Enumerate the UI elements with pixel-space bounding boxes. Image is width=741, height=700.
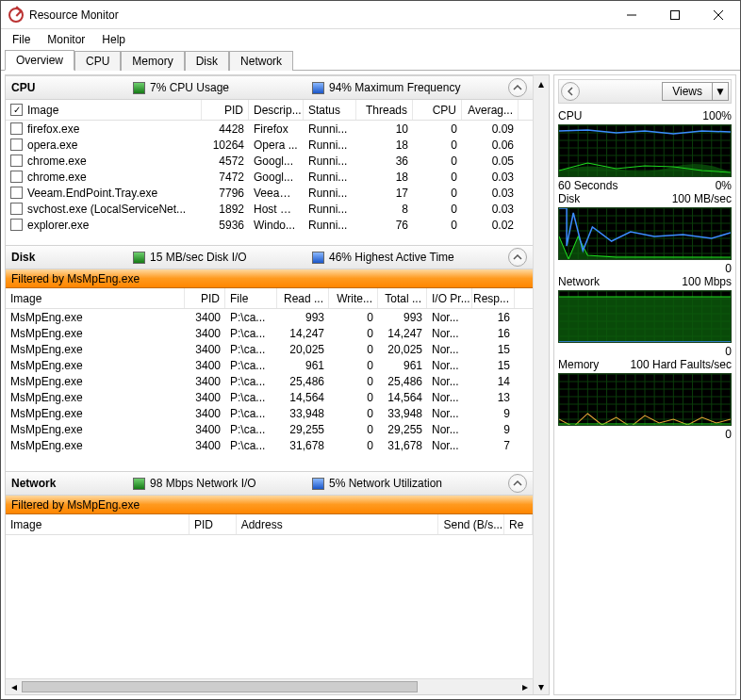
scroll-right-icon[interactable]: ▸	[517, 679, 533, 694]
col-read[interactable]: Read ...	[277, 288, 329, 308]
checkbox-icon[interactable]	[10, 155, 23, 167]
table-row[interactable]: MsMpEng.exe3400P:\ca...31,678031,678Nor.…	[6, 437, 533, 453]
table-row[interactable]: MsMpEng.exe3400P:\ca...25,486025,486Nor.…	[6, 373, 533, 389]
cell-avg: 0.05	[462, 155, 519, 168]
chart-block: Disk100 MB/sec0	[558, 192, 732, 275]
col-image[interactable]: Image	[6, 514, 189, 534]
table-row[interactable]: firefox.exe4428FirefoxRunni...1000.09	[6, 121, 533, 137]
chart-max: 100 Hard Faults/sec	[631, 358, 732, 371]
tab-cpu[interactable]: CPU	[74, 51, 121, 71]
table-row[interactable]: MsMpEng.exe3400P:\ca...14,564014,564Nor.…	[6, 389, 533, 405]
col-resp[interactable]: Resp...	[472, 288, 515, 308]
cell-iopr: Nor...	[427, 391, 472, 404]
chart-max: 100 MB/sec	[672, 192, 732, 205]
vertical-scrollbar[interactable]: ▴ ▾	[533, 75, 549, 694]
tab-network[interactable]: Network	[229, 51, 293, 71]
table-row[interactable]: chrome.exe7472Googl...Runni...1800.03	[6, 169, 533, 185]
col-image[interactable]: Image	[6, 100, 202, 120]
maximize-button[interactable]	[653, 1, 697, 28]
net-column-header: Image PID Address Send (B/s... Re	[6, 514, 533, 535]
tab-disk[interactable]: Disk	[185, 51, 229, 71]
cell-total: 29,255	[378, 423, 427, 436]
cell-read: 33,948	[277, 407, 329, 420]
table-row[interactable]: MsMpEng.exe3400P:\ca...9610961Nor...15	[6, 357, 533, 373]
cell-image: MsMpEng.exe	[6, 359, 185, 372]
checkbox-icon[interactable]	[10, 203, 23, 215]
table-row[interactable]: chrome.exe4572Googl...Runni...3600.05	[6, 153, 533, 169]
views-button[interactable]: Views ▼	[662, 82, 729, 101]
scroll-thumb[interactable]	[22, 681, 418, 692]
cell-total: 961	[378, 359, 427, 372]
horizontal-scrollbar[interactable]: ◂ ▸	[6, 678, 533, 694]
tab-memory[interactable]: Memory	[121, 51, 184, 71]
menu-monitor[interactable]: Monitor	[40, 31, 92, 48]
col-write[interactable]: Write...	[329, 288, 378, 308]
table-row[interactable]: opera.exe10264Opera ...Runni...1800.06	[6, 137, 533, 153]
titlebar: Resource Monitor	[1, 1, 740, 29]
network-panel: Network 98 Mbps Network I/O 5% Network U…	[6, 471, 533, 694]
expand-button[interactable]	[561, 82, 580, 101]
checkbox-icon[interactable]	[10, 122, 23, 135]
collapse-button[interactable]	[508, 474, 527, 493]
cell-file: P:\ca...	[225, 375, 277, 388]
main-column: CPU 7% CPU Usage 94% Maximum Frequency I…	[5, 74, 550, 695]
col-recv[interactable]: Re	[504, 514, 533, 534]
col-desc[interactable]: Descrip...	[249, 100, 304, 120]
chart-min: 0	[725, 345, 732, 358]
cell-file: P:\ca...	[225, 311, 277, 324]
col-file[interactable]: File	[225, 288, 277, 308]
col-total[interactable]: Total ...	[378, 288, 427, 308]
scroll-up-icon[interactable]: ▴	[534, 75, 549, 91]
cell-threads: 17	[356, 187, 413, 200]
minimize-button[interactable]	[610, 1, 653, 28]
col-pid[interactable]: PID	[189, 514, 237, 534]
collapse-button[interactable]	[508, 248, 527, 267]
cell-total: 20,025	[378, 343, 427, 356]
col-threads[interactable]: Threads	[356, 100, 413, 120]
cell-image: MsMpEng.exe	[6, 391, 185, 404]
square-icon	[312, 82, 324, 94]
menu-help[interactable]: Help	[94, 31, 133, 48]
table-row[interactable]: MsMpEng.exe3400P:\ca...33,948033,948Nor.…	[6, 405, 533, 421]
cell-desc: Googl...	[249, 155, 304, 168]
cell-cpu: 0	[413, 171, 462, 184]
col-iopr[interactable]: I/O Pr...	[427, 288, 472, 308]
table-row[interactable]: svchost.exe (LocalServiceNet...1892Host …	[6, 201, 533, 217]
cell-read: 25,486	[277, 375, 329, 388]
col-cpu[interactable]: CPU	[413, 100, 462, 120]
table-row[interactable]: MsMpEng.exe3400P:\ca...9930993Nor...16	[6, 309, 533, 325]
cell-resp: 16	[472, 327, 515, 340]
checkbox-icon[interactable]	[10, 219, 23, 231]
col-send[interactable]: Send (B/s...	[438, 514, 504, 534]
table-row[interactable]: MsMpEng.exe3400P:\ca...14,247014,247Nor.…	[6, 325, 533, 341]
checkbox-icon[interactable]	[10, 104, 23, 116]
col-addr[interactable]: Address	[237, 514, 439, 534]
table-row[interactable]: MsMpEng.exe3400P:\ca...20,025020,025Nor.…	[6, 341, 533, 357]
col-pid[interactable]: PID	[185, 288, 225, 308]
checkbox-icon[interactable]	[10, 138, 23, 151]
chart-title: CPU	[558, 109, 582, 122]
scroll-down-icon[interactable]: ▾	[534, 678, 549, 694]
table-row[interactable]: Veeam.EndPoint.Tray.exe7796Veeam ...Runn…	[6, 185, 533, 201]
chart-max: 100 Mbps	[682, 275, 732, 288]
cell-image: MsMpEng.exe	[6, 407, 185, 420]
col-image[interactable]: Image	[6, 288, 185, 308]
cell-pid: 4428	[202, 122, 249, 136]
checkbox-icon[interactable]	[10, 171, 23, 183]
col-pid[interactable]: PID	[202, 100, 249, 120]
tab-overview[interactable]: Overview	[5, 50, 74, 71]
scroll-left-icon[interactable]: ◂	[6, 679, 22, 694]
col-status[interactable]: Status	[304, 100, 356, 120]
collapse-button[interactable]	[508, 78, 527, 97]
cell-image: MsMpEng.exe	[6, 423, 185, 436]
checkbox-icon[interactable]	[10, 187, 23, 199]
col-avg[interactable]: Averag...	[462, 100, 519, 120]
cell-write: 0	[329, 391, 378, 404]
table-row[interactable]: MsMpEng.exe3400P:\ca...29,255029,255Nor.…	[6, 421, 533, 437]
app-icon	[8, 8, 24, 23]
table-row[interactable]: explorer.exe5936Windo...Runni...7600.02	[6, 217, 533, 233]
menu-file[interactable]: File	[5, 31, 38, 48]
close-button[interactable]	[697, 1, 740, 28]
chart-max: 100%	[702, 109, 732, 122]
dropdown-icon[interactable]: ▼	[713, 83, 728, 100]
